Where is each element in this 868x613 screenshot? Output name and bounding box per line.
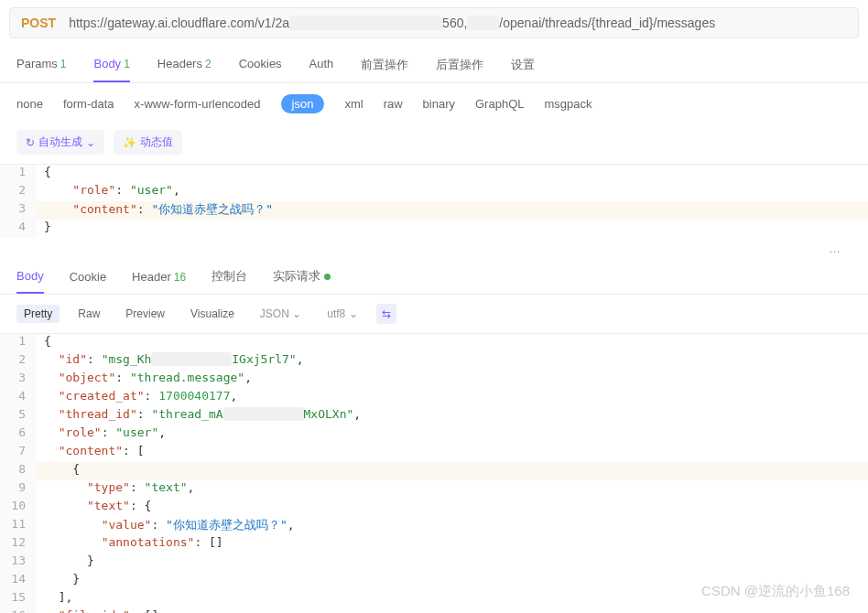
resp-tab-header[interactable]: Header16 <box>132 270 186 293</box>
response-tabs: Body Cookie Header16 控制台 实际请求 <box>0 259 868 295</box>
body-type-msgpack[interactable]: msgpack <box>544 97 591 111</box>
response-body-viewer[interactable]: 1{ 2 "id": "msg_KhxIGxj5rl7", 3 "object"… <box>0 333 868 613</box>
body-type-graphql[interactable]: GraphQL <box>475 97 524 111</box>
refresh-icon: ↻ <box>26 136 35 149</box>
resp-tab-console[interactable]: 控制台 <box>212 268 247 294</box>
format-json[interactable]: JSON ⌄ <box>253 305 309 323</box>
wand-icon: ✨ <box>123 136 136 149</box>
body-type-tabs: none form-data x-www-form-urlencoded jso… <box>0 83 868 124</box>
body-type-none[interactable]: none <box>16 97 43 111</box>
request-url[interactable]: https://gateway.ai.cloudflare.com/v1/2ax… <box>69 16 715 30</box>
view-raw[interactable]: Raw <box>71 305 107 323</box>
tab-pre[interactable]: 前置操作 <box>361 57 408 82</box>
tab-cookies[interactable]: Cookies <box>239 57 282 82</box>
panel-resize-handle[interactable]: … <box>0 238 868 259</box>
view-pretty[interactable]: Pretty <box>16 305 60 323</box>
resp-tab-actual[interactable]: 实际请求 <box>273 268 331 294</box>
resp-tab-cookie[interactable]: Cookie <box>70 270 106 293</box>
body-type-form[interactable]: form-data <box>63 97 114 111</box>
status-dot-icon <box>324 274 331 280</box>
tab-headers[interactable]: Headers2 <box>157 57 212 82</box>
view-preview[interactable]: Preview <box>118 305 172 323</box>
request-body-editor[interactable]: 1{ 2 "role": "user", 3 "content": "你知道赤壁… <box>0 164 868 238</box>
body-type-raw[interactable]: raw <box>384 97 403 111</box>
tab-settings[interactable]: 设置 <box>511 57 535 82</box>
tab-body[interactable]: Body1 <box>93 57 129 82</box>
encoding-utf8[interactable]: utf8 ⌄ <box>320 305 364 323</box>
wrap-lines-button[interactable]: ⇆ <box>376 304 396 324</box>
body-type-json[interactable]: json <box>281 94 325 113</box>
url-bar: POST https://gateway.ai.cloudflare.com/v… <box>9 7 859 38</box>
tab-auth[interactable]: Auth <box>309 57 334 82</box>
http-method[interactable]: POST <box>21 16 56 30</box>
tab-post[interactable]: 后置操作 <box>436 57 483 82</box>
dynamic-button[interactable]: ✨动态值 <box>114 130 182 155</box>
resp-tab-body[interactable]: Body <box>16 269 44 294</box>
request-tabs: Params1 Body1 Headers2 Cookies Auth 前置操作… <box>0 46 868 83</box>
chevron-down-icon: ⌄ <box>86 136 95 149</box>
body-type-xml[interactable]: xml <box>344 97 363 111</box>
view-visualize[interactable]: Visualize <box>183 305 242 323</box>
tab-params[interactable]: Params1 <box>16 57 66 82</box>
chevron-down-icon: ⌄ <box>349 307 358 320</box>
body-toolbar: ↻自动生成⌄ ✨动态值 <box>0 124 868 164</box>
autogen-button[interactable]: ↻自动生成⌄ <box>16 130 104 155</box>
chevron-down-icon: ⌄ <box>292 307 301 320</box>
body-type-binary[interactable]: binary <box>423 97 455 111</box>
wrap-icon: ⇆ <box>382 307 391 320</box>
response-view-bar: Pretty Raw Preview Visualize JSON ⌄ utf8… <box>0 295 868 333</box>
body-type-xform[interactable]: x-www-form-urlencoded <box>135 97 261 111</box>
